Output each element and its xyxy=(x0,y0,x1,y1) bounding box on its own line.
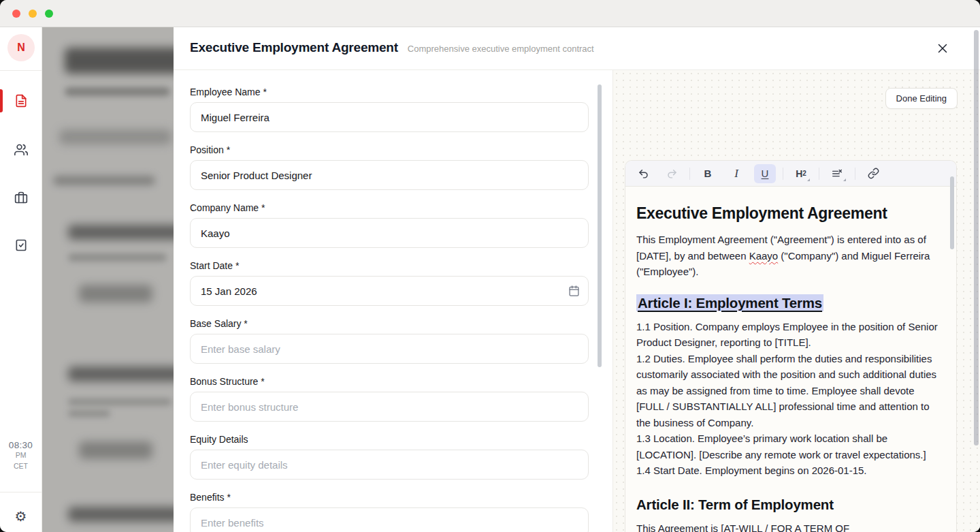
heading-button[interactable]: H2 xyxy=(790,164,812,183)
sidebar-item-documents[interactable] xyxy=(7,87,35,114)
field-label: Company Name * xyxy=(190,202,589,213)
close-modal-button[interactable] xyxy=(932,38,953,59)
file-check-icon xyxy=(14,238,28,252)
sidebar-item-tasks[interactable] xyxy=(7,232,35,259)
sidebar-item-people[interactable] xyxy=(7,136,35,163)
article-2-heading: Article II: Term of Employment xyxy=(636,497,941,513)
zoom-window-button[interactable] xyxy=(45,10,53,18)
form-field: Employee Name * xyxy=(190,87,589,132)
link-button[interactable] xyxy=(862,164,884,183)
editor-toolbar: B I U H2 xyxy=(625,161,956,187)
settings-button[interactable]: ⚙ xyxy=(7,503,35,530)
users-icon xyxy=(14,143,28,157)
gear-icon: ⚙ xyxy=(15,508,27,525)
undo-button[interactable] xyxy=(632,164,654,183)
form-field: Base Salary * xyxy=(190,318,589,364)
redo-icon xyxy=(666,168,678,179)
heading-label: H xyxy=(796,168,802,179)
field-label: Base Salary * xyxy=(190,318,589,329)
form-panel: Employee Name * Position * Company Name … xyxy=(174,70,612,532)
start-date-input[interactable] xyxy=(190,276,589,306)
modal-dialog: Executive Employment Agreement Comprehen… xyxy=(174,27,980,532)
company-name-input[interactable] xyxy=(190,218,589,248)
document-title: Executive Employment Agreement xyxy=(636,204,941,223)
sidebar-divider xyxy=(0,492,42,492)
dropdown-corner-icon xyxy=(807,178,810,181)
article-1-heading: Article I: Employment Terms xyxy=(636,295,941,311)
close-icon xyxy=(937,43,948,54)
modal-overlay xyxy=(42,27,174,532)
toolbar-divider xyxy=(819,168,819,180)
heading-sub: 2 xyxy=(802,170,806,177)
field-label: Equity Details xyxy=(190,434,589,445)
preview-panel: Done Editing xyxy=(612,70,980,532)
avatar[interactable]: N xyxy=(7,34,35,61)
undo-icon xyxy=(638,168,649,179)
modal-body: Employee Name * Position * Company Name … xyxy=(174,70,980,532)
active-nav-indicator xyxy=(0,89,3,112)
form-scrollbar[interactable] xyxy=(598,84,602,367)
selected-text: Article I: Employment Terms xyxy=(636,294,823,311)
toolbar-divider xyxy=(689,168,690,180)
sidebar-clock: 08:30 PM CET xyxy=(0,440,42,472)
bold-button[interactable]: B xyxy=(697,164,719,183)
document-scrollbar[interactable] xyxy=(950,176,954,249)
equity-details-input[interactable] xyxy=(190,450,589,480)
benefits-input[interactable] xyxy=(190,507,589,532)
dropdown-corner-icon xyxy=(843,178,846,181)
link-icon xyxy=(868,168,879,179)
done-editing-button[interactable]: Done Editing xyxy=(885,88,958,109)
italic-button[interactable]: I xyxy=(725,164,747,183)
modal-header: Executive Employment Agreement Comprehen… xyxy=(174,27,980,70)
form-field: Equity Details xyxy=(190,434,589,480)
field-label: Employee Name * xyxy=(190,87,589,97)
titlebar xyxy=(0,0,980,27)
article-2-body: This Agreement is [AT-WILL / FOR A TERM … xyxy=(636,520,941,532)
modal-subtitle: Comprehensive executive employment contr… xyxy=(408,44,594,54)
dimmed-background-page xyxy=(42,27,174,532)
sidebar: N xyxy=(0,27,42,532)
misspelled-word: Kaayo xyxy=(749,250,779,262)
document-preview[interactable]: Executive Employment Agreement This Empl… xyxy=(625,187,956,532)
form-field: Start Date * xyxy=(190,260,589,306)
bonus-structure-input[interactable] xyxy=(190,392,589,422)
list-clear-icon xyxy=(831,168,843,180)
file-text-icon xyxy=(14,94,28,108)
position-input[interactable] xyxy=(190,160,589,190)
form-field: Bonus Structure * xyxy=(190,376,589,422)
minimize-window-button[interactable] xyxy=(29,10,37,18)
field-label: Position * xyxy=(190,144,589,155)
list-options-button[interactable] xyxy=(826,164,848,183)
briefcase-icon xyxy=(14,191,28,204)
window-scrollbar[interactable] xyxy=(974,30,979,445)
redo-button[interactable] xyxy=(661,164,683,183)
toolbar-divider xyxy=(783,168,783,180)
base-salary-input[interactable] xyxy=(190,334,589,364)
editor: B I U H2 xyxy=(625,160,957,532)
field-label: Start Date * xyxy=(190,260,589,271)
modal-title: Executive Employment Agreement xyxy=(190,40,398,55)
clock-time: 08:30 xyxy=(0,440,42,450)
employee-name-input[interactable] xyxy=(190,102,589,132)
app-window: N xyxy=(0,0,980,532)
clock-timezone: CET xyxy=(0,461,42,472)
form-field: Position * xyxy=(190,144,589,190)
field-label: Benefits * xyxy=(190,492,589,503)
underline-button[interactable]: U xyxy=(754,164,776,183)
article-1-body: 1.1 Position. Company employs Employee i… xyxy=(636,319,941,479)
close-window-button[interactable] xyxy=(12,10,20,18)
form-field: Benefits * xyxy=(190,492,589,532)
main-area: N xyxy=(0,27,980,532)
clock-meridiem: PM xyxy=(0,450,42,461)
field-label: Bonus Structure * xyxy=(190,376,589,387)
sidebar-item-workspace[interactable] xyxy=(7,184,35,211)
screen: N xyxy=(0,0,980,532)
form-field: Company Name * xyxy=(190,202,589,248)
toolbar-divider xyxy=(855,168,855,180)
document-intro: This Employment Agreement ("Agreement") … xyxy=(636,232,941,280)
sidebar-divider xyxy=(0,70,42,71)
